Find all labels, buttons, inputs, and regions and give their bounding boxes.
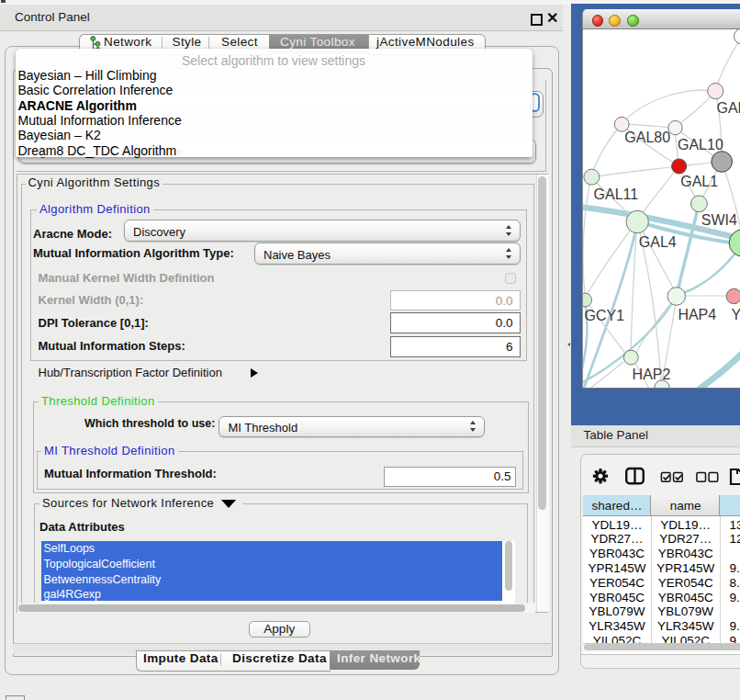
svg-text:GAL10: GAL10	[678, 137, 723, 152]
svg-text:HAP2: HAP2	[633, 367, 671, 382]
svg-text:GAL4: GAL4	[639, 234, 677, 250]
svg-text:GAL11: GAL11	[594, 186, 639, 202]
svg-text:YBL: YBL	[732, 307, 740, 322]
svg-text:GAL7: GAL7	[717, 100, 740, 116]
svg-text:SWI4: SWI4	[701, 212, 737, 228]
svg-text:GAL80: GAL80	[624, 130, 670, 145]
svg-text:GAL1: GAL1	[680, 174, 718, 189]
svg-text:HAP4: HAP4	[678, 307, 716, 322]
svg-text:GCY1: GCY1	[585, 308, 625, 323]
